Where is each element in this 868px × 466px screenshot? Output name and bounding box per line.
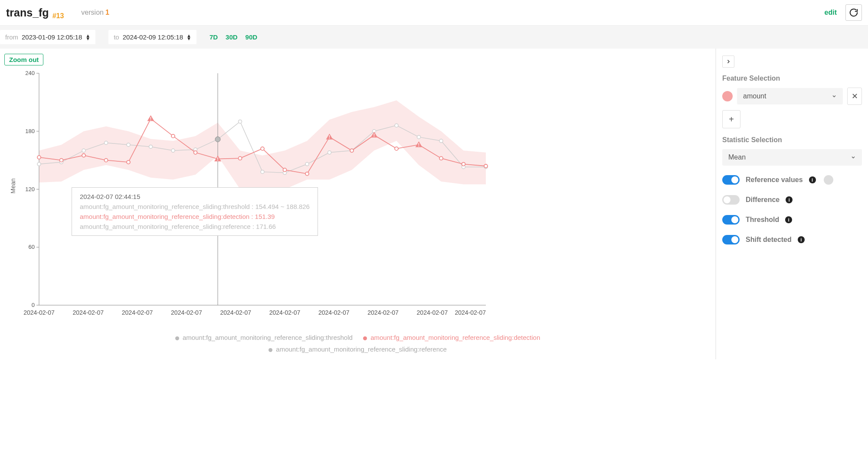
side-panel: Feature Selection amount ✕ + Statistic S… <box>716 49 868 359</box>
tooltip-date: 2024-02-07 02:44:15 <box>80 193 310 200</box>
from-label: from <box>5 33 18 41</box>
svg-text:2024-02-07: 2024-02-07 <box>23 309 55 316</box>
svg-point-25 <box>82 149 85 152</box>
svg-text:0: 0 <box>32 302 35 308</box>
sort-icon: ▲▼ <box>187 34 191 40</box>
to-date-select[interactable]: to 2024-02-09 12:05:18 ▲▼ <box>108 30 197 44</box>
chevron-right-icon <box>726 59 731 64</box>
toggle-difference[interactable] <box>722 195 740 205</box>
toggle-threshold[interactable] <box>722 215 740 225</box>
chart-legend: amount:fg_amount_monitoring_reference_sl… <box>4 332 711 355</box>
svg-point-65 <box>215 137 220 142</box>
svg-point-26 <box>105 141 108 145</box>
svg-point-41 <box>439 139 443 143</box>
page-hash: #13 <box>52 12 64 20</box>
svg-text:!: ! <box>418 143 419 147</box>
svg-text:240: 240 <box>25 70 35 76</box>
svg-point-29 <box>171 149 175 152</box>
feature-select-value: amount <box>743 92 766 100</box>
svg-text:!: ! <box>373 133 375 138</box>
svg-text:180: 180 <box>25 128 35 134</box>
refresh-button[interactable] <box>845 4 862 21</box>
statistic-select[interactable]: Mean <box>722 149 862 166</box>
svg-point-48 <box>127 160 130 164</box>
tooltip-reference: amount:fg_amount_monitoring_reference_sl… <box>80 223 310 230</box>
remove-feature-button[interactable]: ✕ <box>847 88 862 105</box>
svg-text:2024-02-07: 2024-02-07 <box>367 309 399 316</box>
svg-point-60 <box>395 147 398 150</box>
chart-panel: Zoom out Mean 0601201802402024-02-072024… <box>0 49 716 359</box>
info-icon[interactable]: i <box>798 236 805 243</box>
from-date-select[interactable]: from 2023-01-09 12:05:18 ▲▼ <box>0 30 95 44</box>
svg-point-53 <box>239 156 242 160</box>
version-label: version <box>81 9 104 16</box>
dot-icon <box>175 336 179 340</box>
feature-section-title: Feature Selection <box>722 75 862 82</box>
svg-text:2024-02-07: 2024-02-07 <box>318 309 350 316</box>
collapse-panel-button[interactable] <box>722 55 734 68</box>
info-icon[interactable]: i <box>809 176 816 183</box>
option-threshold: Threshold i <box>722 215 862 225</box>
option-reference-values: Reference values i <box>722 175 862 185</box>
svg-text:2024-02-07: 2024-02-07 <box>417 309 448 316</box>
to-value: 2024-02-09 12:05:18 <box>123 33 183 41</box>
svg-text:2024-02-07: 2024-02-07 <box>269 309 301 316</box>
svg-text:!: ! <box>150 117 151 121</box>
svg-point-35 <box>305 163 309 166</box>
toggle-shift-detected[interactable] <box>722 235 740 244</box>
info-icon[interactable]: i <box>785 216 792 223</box>
preset-7d[interactable]: 7D <box>210 33 218 41</box>
to-label: to <box>114 33 119 41</box>
svg-point-27 <box>127 143 130 147</box>
stat-section-title: Statistic Selection <box>722 136 862 144</box>
svg-point-54 <box>261 147 264 150</box>
feature-color-dot <box>722 91 733 101</box>
date-range-bar: from 2023-01-09 12:05:18 ▲▼ to 2024-02-0… <box>0 26 868 49</box>
legend-reference[interactable]: amount:fg_amount_monitoring_reference_sl… <box>269 345 447 353</box>
refresh-icon <box>849 8 858 17</box>
info-icon[interactable]: i <box>786 196 793 203</box>
sort-icon: ▲▼ <box>85 34 90 40</box>
legend-threshold[interactable]: amount:fg_amount_monitoring_reference_sl… <box>175 334 354 341</box>
preset-30d[interactable]: 30D <box>226 33 238 41</box>
toggle-reference-values[interactable] <box>722 175 740 185</box>
svg-point-39 <box>395 124 398 127</box>
chart-tooltip: 2024-02-07 02:44:15 amount:fg_amount_mon… <box>72 187 318 236</box>
zoom-out-button[interactable]: Zoom out <box>4 54 43 65</box>
svg-point-28 <box>149 145 153 148</box>
svg-text:120: 120 <box>25 186 35 192</box>
svg-point-40 <box>417 135 421 139</box>
chevron-down-icon <box>851 155 856 160</box>
svg-point-46 <box>82 153 85 157</box>
svg-point-64 <box>484 164 488 168</box>
svg-point-32 <box>239 120 242 123</box>
feature-select[interactable]: amount <box>737 88 843 104</box>
svg-point-51 <box>194 151 197 154</box>
legend-color-dot <box>824 175 833 185</box>
svg-point-33 <box>261 170 264 173</box>
y-axis-label: Mean <box>10 178 16 193</box>
add-feature-button[interactable]: + <box>722 110 740 128</box>
svg-point-56 <box>305 172 309 176</box>
preset-90d[interactable]: 90D <box>246 33 258 41</box>
svg-text:2024-02-07: 2024-02-07 <box>122 309 153 316</box>
svg-point-50 <box>171 134 175 138</box>
svg-text:2024-02-07: 2024-02-07 <box>455 309 486 316</box>
version-number: 1 <box>105 9 109 16</box>
option-label: Shift detected <box>746 236 792 244</box>
page-title: trans_fg <box>6 7 49 19</box>
from-value: 2023-01-09 12:05:18 <box>22 33 82 41</box>
tooltip-detection: amount:fg_amount_monitoring_reference_sl… <box>80 213 310 220</box>
chevron-down-icon <box>832 94 837 99</box>
svg-point-23 <box>37 163 41 166</box>
svg-point-47 <box>105 159 108 162</box>
svg-text:60: 60 <box>29 244 35 250</box>
option-label: Difference <box>746 196 780 204</box>
svg-point-55 <box>283 168 287 172</box>
close-icon: ✕ <box>852 91 858 101</box>
svg-point-36 <box>328 151 331 154</box>
edit-link[interactable]: edit <box>825 9 837 16</box>
legend-detection[interactable]: amount:fg_amount_monitoring_reference_sl… <box>363 334 540 341</box>
plus-icon: + <box>729 114 734 124</box>
svg-point-44 <box>37 156 41 159</box>
